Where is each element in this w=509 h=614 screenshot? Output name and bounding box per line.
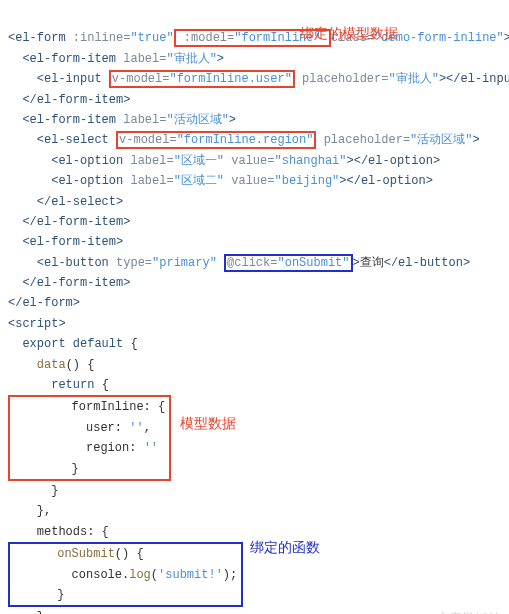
annotation-bound-model-data: 绑定的模型数据	[300, 22, 398, 46]
highlight-vmodel-region: v-model="formInline.region"	[116, 131, 316, 149]
highlight-click: @click="onSubmit"	[224, 254, 352, 272]
code-block: <el-form :inline="true" :model="formInli…	[8, 8, 501, 614]
highlight-onsubmit-fn: onSubmit() { console.log('submit!'); }	[8, 542, 243, 607]
highlight-forminline-data: formInline: { user: '', region: '' }	[8, 395, 171, 481]
watermark: CSDN @小唐学抓娃	[382, 608, 501, 614]
highlight-vmodel-user: v-model="formInline.user"	[109, 70, 295, 88]
annotation-bound-function: 绑定的函数	[250, 536, 320, 560]
annotation-model-data: 模型数据	[180, 412, 236, 436]
